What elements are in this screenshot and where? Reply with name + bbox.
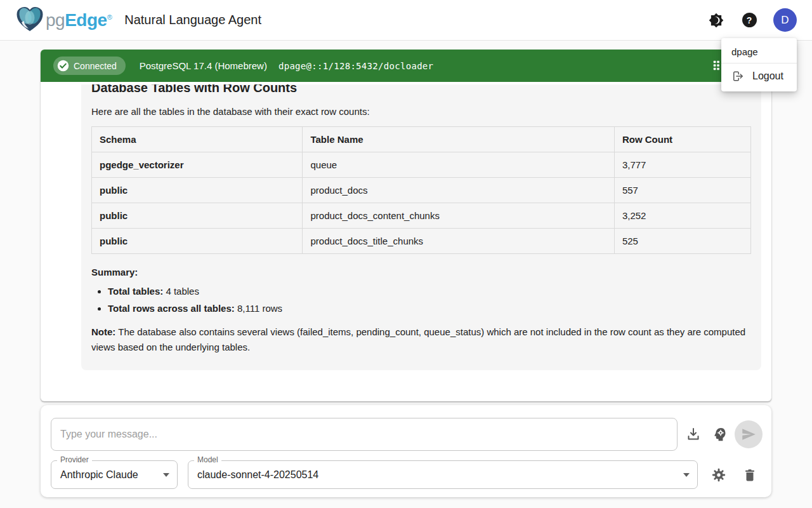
pgedge-logo: pgEdge® xyxy=(15,5,112,36)
send-icon xyxy=(740,426,757,443)
provider-select-value: Anthropic Claude xyxy=(60,469,138,481)
composer-panel: Provider Anthropic Claude Model claude-s… xyxy=(41,405,771,497)
summary-bullet: Total tables: 4 tables xyxy=(108,286,751,297)
chevron-down-icon xyxy=(163,473,169,477)
connection-dsn: dpage@::1/128:5432/docloader xyxy=(278,61,433,71)
help-icon[interactable]: ? xyxy=(740,11,758,29)
message-heading: Database Tables with Row Counts xyxy=(91,84,751,95)
user-menu: dpage Logout xyxy=(721,38,797,91)
app-bar: pgEdge® Natural Language Agent ? D xyxy=(0,0,812,41)
user-menu-username: dpage xyxy=(721,43,797,63)
table-header-row: Schema Table Name Row Count xyxy=(92,127,751,152)
table-cell: product_docs_title_chunks xyxy=(303,229,614,254)
connected-badge: Connected xyxy=(53,57,126,75)
appbar-actions: ? D xyxy=(707,8,797,32)
trash-icon[interactable] xyxy=(741,466,759,484)
settings-gear-icon[interactable] xyxy=(710,466,728,484)
page-root: pgEdge® Natural Language Agent ? D xyxy=(0,0,812,508)
menu-divider xyxy=(721,63,797,64)
user-avatar[interactable]: D xyxy=(773,8,797,32)
logout-menu-item[interactable]: Logout xyxy=(721,65,797,88)
table-row: publicproduct_docs_title_chunks525 xyxy=(92,229,751,254)
table-cell: 3,252 xyxy=(614,203,750,229)
server-version: PostgreSQL 17.4 (Homebrew) xyxy=(140,60,267,71)
row-counts-table: Schema Table Name Row Count pgedge_vecto… xyxy=(91,126,751,254)
col-header-row-count: Row Count xyxy=(614,127,750,152)
col-header-table-name: Table Name xyxy=(303,127,614,152)
table-cell: public xyxy=(92,229,303,254)
model-select[interactable]: Model claude-sonnet-4-20250514 xyxy=(188,460,698,489)
table-cell: 525 xyxy=(614,229,750,254)
message-note: Note: The database also contains several… xyxy=(91,324,751,355)
table-cell: queue xyxy=(303,152,614,178)
table-row: pgedge_vectorizerqueue3,777 xyxy=(92,152,751,178)
provider-select[interactable]: Provider Anthropic Claude xyxy=(51,460,178,489)
theme-toggle-icon[interactable] xyxy=(707,11,725,29)
summary-bullet: Total rows across all tables: 8,111 rows xyxy=(108,303,751,314)
table-cell: public xyxy=(92,203,303,229)
connected-label: Connected xyxy=(74,61,117,71)
ai-reasoning-icon[interactable] xyxy=(711,425,729,443)
download-icon[interactable] xyxy=(684,425,702,443)
table-cell: 557 xyxy=(614,178,750,203)
model-select-value: claude-sonnet-4-20250514 xyxy=(197,469,318,481)
pgedge-logo-text: pgEdge® xyxy=(46,10,112,30)
conversation-card: Connected PostgreSQL 17.4 (Homebrew) dpa… xyxy=(41,50,771,401)
message-input[interactable] xyxy=(51,418,678,451)
summary-heading: Summary: xyxy=(91,267,751,277)
message-scroll-area[interactable]: Database Tables with Row Counts Here are… xyxy=(41,84,771,401)
table-cell: product_docs_content_chunks xyxy=(303,203,614,229)
table-cell: product_docs xyxy=(303,178,614,203)
model-select-label: Model xyxy=(194,455,221,464)
page-title: Natural Language Agent xyxy=(124,13,261,27)
assistant-message-bubble: Database Tables with Row Counts Here are… xyxy=(81,84,761,370)
table-cell: 3,777 xyxy=(614,152,750,178)
check-circle-icon xyxy=(57,60,69,72)
connection-status-bar: Connected PostgreSQL 17.4 (Homebrew) dpa… xyxy=(41,50,771,82)
summary-list: Total tables: 4 tablesTotal rows across … xyxy=(108,286,751,314)
table-cell: public xyxy=(92,178,303,203)
message-intro: Here are all the tables in the database … xyxy=(91,106,751,117)
col-header-schema: Schema xyxy=(92,127,303,152)
provider-select-label: Provider xyxy=(57,455,92,464)
table-cell: pgedge_vectorizer xyxy=(92,152,303,178)
table-row: publicproduct_docs_content_chunks3,252 xyxy=(92,203,751,229)
table-row: publicproduct_docs557 xyxy=(92,178,751,203)
logout-icon xyxy=(731,70,744,83)
logout-label: Logout xyxy=(752,70,783,82)
table-body: pgedge_vectorizerqueue3,777publicproduct… xyxy=(92,152,751,254)
chevron-down-icon xyxy=(683,473,690,477)
send-button[interactable] xyxy=(735,420,763,448)
pgedge-logo-icon xyxy=(15,5,44,36)
